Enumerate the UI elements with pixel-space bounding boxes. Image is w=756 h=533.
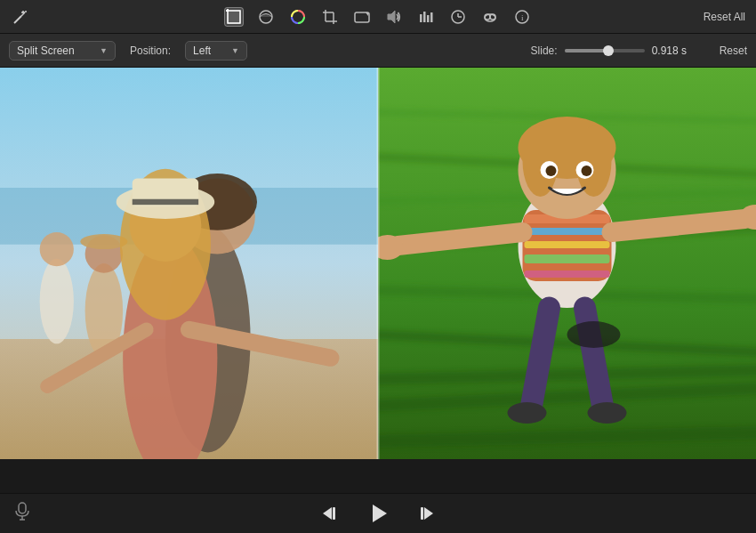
svg-rect-20 [427, 15, 430, 22]
svg-rect-65 [525, 254, 610, 263]
camera-icon[interactable] [352, 7, 372, 27]
svg-rect-92 [421, 507, 423, 520]
toolbar-center: i [224, 0, 532, 34]
svg-line-0 [14, 16, 21, 23]
svg-rect-18 [420, 14, 422, 22]
effect-dropdown[interactable]: Split Screen ▼ [9, 41, 116, 61]
controls-bar: Split Screen ▼ Position: Left ▼ Slide: 0… [0, 34, 756, 68]
slide-section: Slide: 0.918 s Reset [531, 44, 747, 57]
reset-all-button[interactable]: Reset All [704, 11, 745, 23]
svg-point-71 [576, 125, 612, 197]
position-label: Position: [130, 44, 171, 57]
svg-marker-16 [366, 12, 368, 16]
svg-rect-46 [133, 199, 198, 205]
svg-point-33 [40, 259, 74, 344]
rewind-button[interactable] [322, 504, 342, 523]
speed-icon[interactable] [448, 7, 468, 27]
toolbar-left [11, 7, 30, 27]
svg-rect-21 [430, 12, 433, 22]
position-dropdown[interactable]: Left ▼ [185, 41, 247, 61]
svg-rect-19 [423, 12, 426, 22]
svg-point-84 [567, 321, 621, 348]
forward-button[interactable] [414, 504, 434, 523]
chevron-down-icon: ▼ [100, 46, 108, 55]
svg-rect-89 [333, 507, 335, 520]
svg-rect-64 [525, 241, 610, 248]
slide-value: 0.918 s [652, 44, 705, 57]
svg-text:i: i [521, 13, 524, 22]
reset-button[interactable]: Reset [720, 44, 747, 57]
svg-point-34 [40, 232, 74, 266]
svg-marker-91 [424, 507, 433, 520]
color-wheel-icon[interactable] [288, 7, 308, 27]
transform-icon[interactable] [224, 7, 244, 27]
audio-icon[interactable] [384, 7, 404, 27]
svg-marker-17 [388, 11, 395, 23]
svg-rect-6 [228, 11, 240, 23]
slider-fill [565, 49, 609, 52]
crop-icon[interactable] [320, 7, 340, 27]
svg-rect-85 [19, 503, 26, 513]
svg-marker-90 [373, 505, 387, 522]
right-video-panel [378, 68, 756, 459]
top-toolbar: i Reset All [0, 0, 756, 34]
svg-point-4 [25, 11, 27, 12]
slide-slider[interactable] [565, 49, 645, 52]
slide-label: Slide: [531, 44, 558, 57]
svg-point-70 [523, 125, 559, 197]
svg-point-83 [588, 402, 627, 424]
svg-marker-88 [323, 507, 332, 520]
overlay-icon[interactable] [480, 7, 500, 27]
magic-wand-icon[interactable] [11, 7, 30, 27]
position-chevron-icon: ▼ [231, 46, 239, 55]
left-video-panel [0, 68, 378, 459]
svg-line-76 [398, 232, 523, 246]
svg-point-74 [546, 166, 557, 176]
info-icon[interactable]: i [512, 7, 532, 27]
svg-line-59 [378, 432, 756, 441]
preview-area [0, 68, 756, 459]
beach-scene-svg [0, 68, 378, 459]
playback-bar [0, 493, 756, 533]
svg-line-78 [612, 219, 745, 232]
split-divider [377, 68, 380, 459]
svg-point-75 [582, 166, 592, 176]
grass-scene-svg [378, 68, 756, 459]
microphone-button[interactable] [14, 502, 30, 525]
crop-overlay-icon[interactable] [256, 7, 276, 27]
equalizer-icon[interactable] [416, 7, 436, 27]
play-button[interactable] [366, 502, 390, 525]
svg-rect-63 [525, 228, 610, 235]
svg-point-82 [508, 402, 547, 424]
slider-thumb[interactable] [603, 45, 614, 56]
svg-rect-66 [525, 271, 610, 278]
